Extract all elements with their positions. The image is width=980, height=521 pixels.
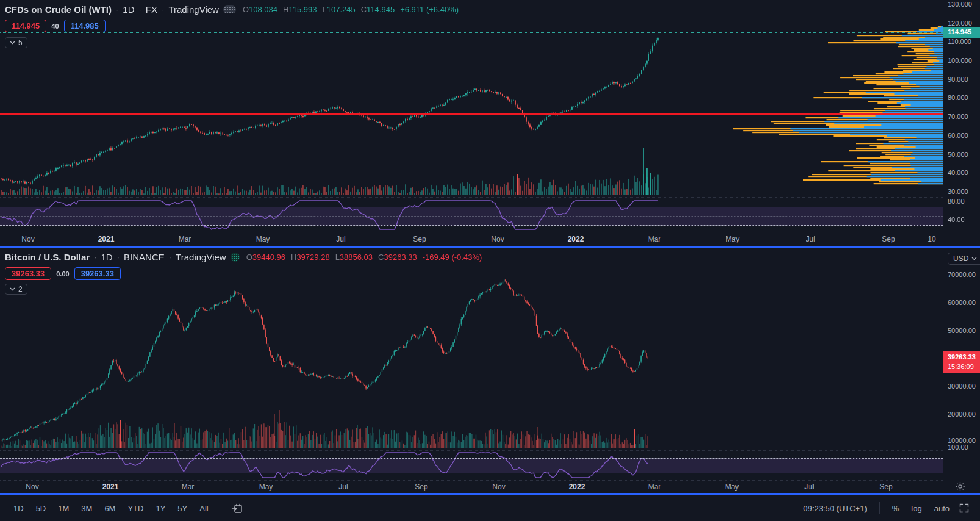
- price-axis-label: 70.000: [948, 113, 968, 120]
- ohlc-val: 38856.03: [340, 253, 373, 262]
- range-5d-button[interactable]: 5D: [31, 501, 51, 516]
- time-axis-label: Jul: [336, 235, 345, 243]
- wti-chart-panel: CFDs on Crude Oil (WTI)·1D·FX·TradingVie…: [0, 0, 980, 246]
- scale-controls-group: 09:23:50 (UTC+1) % log auto: [798, 501, 971, 516]
- pane-separator[interactable]: [0, 197, 943, 198]
- range-6m-button[interactable]: 6M: [99, 501, 120, 516]
- exchange-name[interactable]: FX: [146, 4, 157, 15]
- time-axis-label: Mar: [182, 483, 195, 491]
- time-axis-label: Sep: [882, 235, 895, 243]
- ohlc-key: H: [291, 253, 296, 262]
- btc-price-axis[interactable]: 70000.0060000.0050000.0030000.0020000.00…: [943, 248, 980, 493]
- horizontal-line-drawing[interactable]: [0, 113, 943, 115]
- range-ytd-button[interactable]: YTD: [123, 501, 148, 516]
- fullscreen-icon[interactable]: [957, 502, 971, 514]
- chart-divider[interactable]: [0, 246, 980, 248]
- time-axis-label: 2022: [568, 235, 584, 243]
- provider-name[interactable]: TradingView: [168, 4, 219, 15]
- price-axis-label: 110.000: [948, 38, 971, 45]
- btc-time-axis[interactable]: Nov2021MarMayJulSepNov2022MarMayJulSep: [0, 480, 943, 493]
- ohlc-val: 114.945: [367, 5, 395, 14]
- time-axis-label: May: [725, 483, 739, 491]
- ohlc-high-value: H115.993: [283, 5, 317, 14]
- source-logo-icon: [231, 253, 240, 262]
- indicator-band: [0, 458, 943, 473]
- wti-quote-row: 114.94540114.985: [5, 20, 106, 32]
- toolbar-divider: [879, 502, 880, 514]
- auto-scale-button[interactable]: auto: [929, 501, 954, 516]
- range-3m-button[interactable]: 3M: [76, 501, 97, 516]
- time-axis-label: Jul: [338, 483, 348, 491]
- price-axis-label: 60000.00: [948, 299, 976, 306]
- exchange-name[interactable]: BINANCE: [124, 252, 165, 262]
- ohlc-key: C: [361, 5, 367, 14]
- range-all-button[interactable]: All: [195, 501, 213, 516]
- time-axis-label: Sep: [879, 483, 892, 491]
- time-axis-label: Nov: [21, 235, 34, 243]
- tradingview-multichart: CFDs on Crude Oil (WTI)·1D·FX·TradingVie…: [0, 0, 980, 521]
- ohlc-readout: O108.034H115.993L107.245C114.945+6.911 (…: [243, 5, 459, 14]
- percent-scale-button[interactable]: %: [887, 501, 904, 516]
- time-axis-label: Nov: [492, 483, 505, 491]
- time-axis-label: Nov: [491, 235, 504, 243]
- ohlc-close-value: C39263.33: [378, 253, 417, 262]
- toolbar-divider: [221, 502, 221, 514]
- timezone-clock-button[interactable]: 09:23:50 (UTC+1): [798, 501, 871, 516]
- price-axis-label: 40.000: [948, 169, 968, 176]
- range-1d-button[interactable]: 1D: [9, 501, 29, 516]
- ask-price-button[interactable]: 114.985: [64, 20, 106, 32]
- btc-quote-row: 39263.330.0039263.33: [5, 267, 121, 280]
- wti-symbol-header: CFDs on Crude Oil (WTI)·1D·FX·TradingVie…: [5, 4, 459, 15]
- price-axis-label: 60.000: [948, 132, 968, 139]
- tag-countdown: 15:36:09: [948, 362, 980, 372]
- symbol-name[interactable]: Bitcoin / U.S. Dollar: [5, 252, 90, 262]
- btc-symbol-header: Bitcoin / U.S. Dollar·1D·BINANCE·Trading…: [5, 252, 482, 262]
- tag-price: 39263.33: [948, 353, 980, 362]
- ohlc-val: 115.993: [288, 5, 317, 14]
- ask-price-button[interactable]: 39263.33: [74, 267, 121, 280]
- price-axis-label: 130.000: [948, 1, 972, 8]
- bid-price-button[interactable]: 39263.33: [5, 267, 51, 280]
- collapse-count: 2: [18, 285, 23, 293]
- interval-value[interactable]: 1D: [101, 252, 113, 262]
- time-axis-label: Jul: [804, 483, 814, 491]
- gear-icon[interactable]: [955, 481, 965, 492]
- ohlc-readout: O39440.96H39729.28L38856.03C39263.33-169…: [246, 253, 482, 262]
- log-scale-button[interactable]: log: [906, 501, 926, 516]
- ohlc-val: 108.034: [249, 5, 277, 14]
- pane-separator[interactable]: [0, 450, 943, 451]
- separator-dot: ·: [162, 5, 164, 14]
- collapse-indicators-chip[interactable]: 5: [5, 37, 27, 48]
- ohlc-val: 39729.28: [296, 253, 329, 262]
- collapse-indicators-chip[interactable]: 2: [5, 284, 27, 295]
- last-price-tag: 39263.3315:36:09: [943, 351, 980, 373]
- currency-toggle-button[interactable]: USD: [948, 253, 980, 265]
- wti-time-axis[interactable]: Nov2021MarMayJulSepNov2022MarMayJulSep10: [0, 232, 943, 246]
- wti-current-price-line: [0, 32, 943, 33]
- chevron-down-icon: [10, 41, 15, 45]
- time-axis-label: Mar: [648, 483, 661, 491]
- time-axis-label: May: [256, 235, 270, 243]
- source-logo-icon: [223, 5, 236, 13]
- tag-price: 114.945: [948, 27, 980, 37]
- ohlc-key: L: [322, 5, 326, 14]
- btc-price-chart-canvas[interactable]: [0, 248, 943, 480]
- time-axis-label: Mar: [648, 235, 661, 243]
- provider-name[interactable]: TradingView: [176, 252, 226, 262]
- interval-value[interactable]: 1D: [123, 4, 134, 15]
- symbol-name[interactable]: CFDs on Crude Oil (WTI): [5, 4, 112, 15]
- bid-price-button[interactable]: 114.945: [5, 20, 46, 32]
- range-1m-button[interactable]: 1M: [53, 501, 74, 516]
- spread-value: 0.00: [56, 270, 69, 278]
- separator-dot: ·: [139, 5, 141, 14]
- ohlc-key: O: [243, 5, 249, 14]
- price-axis-label: 50.000: [948, 151, 968, 158]
- time-axis-label: Jul: [806, 235, 815, 243]
- range-5y-button[interactable]: 5Y: [173, 501, 192, 516]
- go-to-date-calendar-icon[interactable]: [229, 501, 245, 516]
- time-axis-label: Sep: [415, 483, 427, 491]
- wti-price-axis[interactable]: 130.000120.000110.000100.00090.00080.000…: [943, 0, 980, 246]
- price-axis-label: 120.000: [948, 20, 972, 27]
- range-1y-button[interactable]: 1Y: [151, 501, 170, 516]
- time-axis-label: 2021: [102, 483, 119, 491]
